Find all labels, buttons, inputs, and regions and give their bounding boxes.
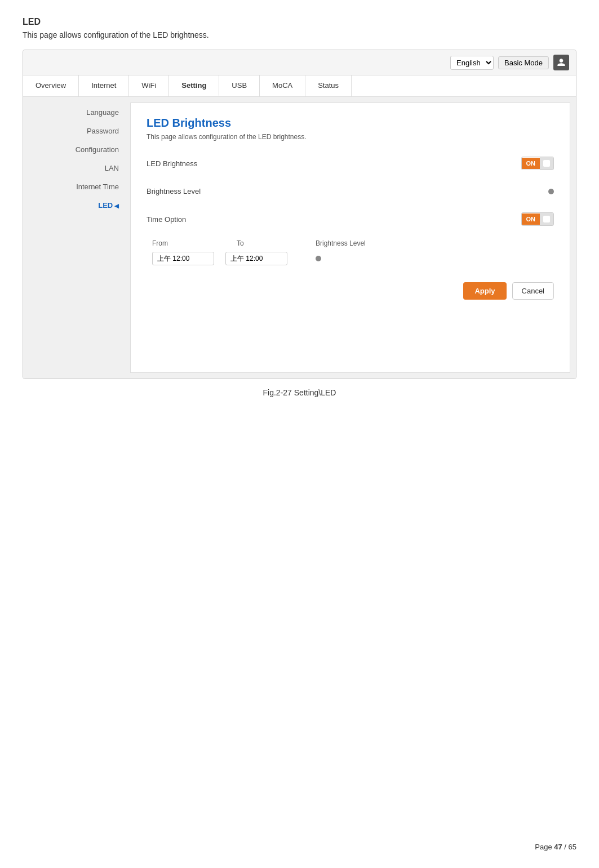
time-option-row: Time Option ON bbox=[147, 209, 554, 229]
sidebar-item-internet-time[interactable]: Internet Time bbox=[76, 182, 125, 191]
tab-moca[interactable]: MoCA bbox=[260, 75, 305, 96]
time-option-toggle[interactable]: ON bbox=[521, 212, 554, 226]
sidebar-item-lan[interactable]: LAN bbox=[105, 164, 125, 172]
sidebar-item-password[interactable]: Password bbox=[87, 127, 125, 135]
page-description: This page allows configuration of the LE… bbox=[23, 30, 576, 39]
time-brightness-column-label: Brightness Level bbox=[316, 239, 383, 247]
nav-tabs: Overview Internet WiFi Setting USB MoCA … bbox=[23, 75, 576, 97]
router-header: English Basic Mode bbox=[23, 50, 576, 75]
language-select[interactable]: English bbox=[450, 56, 494, 70]
apply-button[interactable]: Apply bbox=[463, 282, 506, 300]
tab-wifi[interactable]: WiFi bbox=[129, 75, 169, 96]
toggle-slider-bar bbox=[543, 160, 550, 167]
brightness-level-row: Brightness Level bbox=[147, 184, 554, 199]
brightness-level-label: Brightness Level bbox=[147, 187, 237, 195]
time-input-row bbox=[147, 252, 554, 265]
from-column-label: From bbox=[152, 239, 225, 247]
sidebar-item-led[interactable]: LED bbox=[98, 201, 125, 210]
led-brightness-toggle[interactable]: ON bbox=[521, 157, 554, 170]
buttons-row: Apply Cancel bbox=[147, 282, 554, 300]
tab-usb[interactable]: USB bbox=[219, 75, 260, 96]
toggle-on-label: ON bbox=[522, 158, 540, 169]
figure-caption: Fig.2-27 Setting\LED bbox=[23, 388, 576, 397]
sidebar-item-configuration[interactable]: Configuration bbox=[76, 145, 125, 154]
page-footer: Page 47 / 65 bbox=[535, 843, 576, 851]
cancel-button[interactable]: Cancel bbox=[512, 282, 554, 300]
panel-description: This page allows configuration of the LE… bbox=[147, 133, 554, 141]
page-title: LED bbox=[23, 17, 576, 27]
tab-internet[interactable]: Internet bbox=[79, 75, 129, 96]
main-panel: LED Brightness This page allows configur… bbox=[130, 103, 570, 373]
user-icon[interactable] bbox=[553, 55, 569, 70]
time-toggle-slider bbox=[540, 213, 553, 225]
led-brightness-label: LED Brightness bbox=[147, 159, 237, 168]
time-option-label: Time Option bbox=[147, 215, 237, 224]
router-ui: English Basic Mode Overview Internet WiF… bbox=[23, 50, 576, 379]
tab-overview[interactable]: Overview bbox=[23, 75, 79, 96]
time-toggle-slider-bar bbox=[543, 216, 550, 222]
time-section: From To Brightness Level bbox=[147, 239, 554, 265]
time-toggle-on-label: ON bbox=[522, 213, 540, 225]
tab-setting[interactable]: Setting bbox=[169, 75, 219, 96]
tab-status[interactable]: Status bbox=[305, 75, 352, 96]
content-area: Language Password Configuration LAN Inte… bbox=[23, 97, 576, 379]
brightness-level-dot bbox=[548, 189, 554, 194]
panel-title: LED Brightness bbox=[147, 117, 554, 130]
time-brightness-dot bbox=[316, 256, 321, 261]
to-time-input[interactable] bbox=[225, 252, 287, 265]
toggle-slider bbox=[540, 157, 553, 170]
sidebar: Language Password Configuration LAN Inte… bbox=[23, 97, 130, 379]
basic-mode-button[interactable]: Basic Mode bbox=[498, 56, 549, 69]
from-time-input[interactable] bbox=[152, 252, 214, 265]
to-column-label: To bbox=[237, 239, 304, 247]
sidebar-item-language[interactable]: Language bbox=[86, 108, 125, 117]
led-brightness-row: LED Brightness ON bbox=[147, 153, 554, 173]
